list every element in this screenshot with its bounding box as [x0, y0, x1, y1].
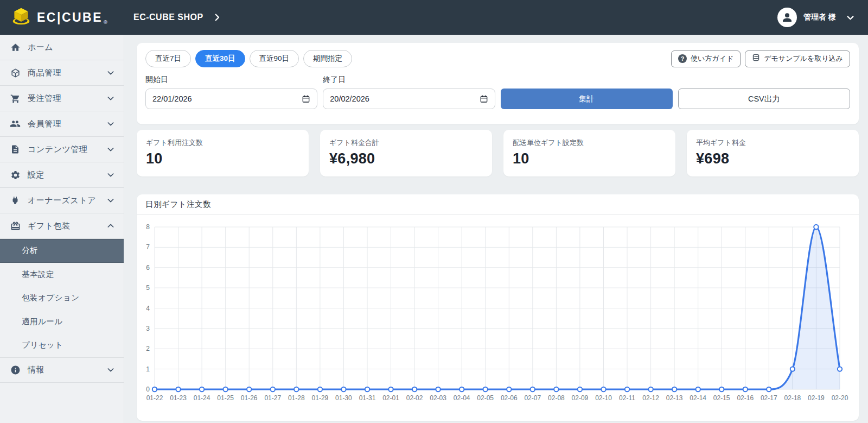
- sidebar-item-info[interactable]: 情報: [0, 357, 124, 383]
- svg-text:01-30: 01-30: [335, 394, 352, 402]
- svg-text:2: 2: [146, 345, 150, 352]
- svg-text:7: 7: [146, 243, 150, 251]
- line-chart-svg: 01234567801-2201-2301-2401-2501-2601-270…: [137, 215, 859, 421]
- chevron-down-icon: [106, 145, 115, 154]
- topbar: EC|CUBE® EC-CUBE SHOP 管理者 様: [0, 0, 868, 35]
- csv-export-button[interactable]: CSV出力: [678, 89, 850, 109]
- daily-gift-orders-chart-card: 日別ギフト注文数 01234567801-2201-2301-2401-2501…: [137, 194, 859, 421]
- svg-text:02-18: 02-18: [784, 394, 801, 402]
- submenu-item-label: 適用ルール: [22, 317, 63, 327]
- question-icon: ?: [678, 54, 687, 63]
- chevron-down-icon: [106, 68, 115, 77]
- aggregate-button[interactable]: 集計: [501, 89, 673, 109]
- svg-text:02-07: 02-07: [524, 394, 541, 402]
- svg-text:4: 4: [146, 305, 150, 312]
- home-icon: [10, 42, 21, 53]
- user-menu[interactable]: 管理者 様: [777, 8, 855, 27]
- info-icon: [10, 364, 21, 375]
- range-90days-pill[interactable]: 直近90日: [250, 50, 299, 67]
- gift-wrapping-submenu: 分析 基本設定 包装オプション 適用ルール プリセット: [0, 239, 124, 357]
- calendar-icon[interactable]: [480, 94, 488, 103]
- svg-text:01-31: 01-31: [359, 394, 376, 402]
- svg-text:02-08: 02-08: [548, 394, 565, 402]
- sidebar-item-label: ギフト包装: [28, 221, 71, 231]
- sidebar-item-owners-store[interactable]: オーナーズストア: [0, 188, 124, 213]
- sidebar-item-orders[interactable]: 受注管理: [0, 86, 124, 111]
- cart-icon: [10, 93, 21, 104]
- submenu-item-wrapping-options[interactable]: 包装オプション: [0, 286, 124, 310]
- document-icon: [10, 144, 21, 155]
- svg-text:02-03: 02-03: [430, 394, 446, 402]
- range-7days-pill[interactable]: 直近7日: [145, 50, 191, 67]
- stat-value: 10: [146, 150, 299, 167]
- svg-text:01-24: 01-24: [194, 394, 210, 402]
- sidebar-item-contents[interactable]: コンテンツ管理: [0, 137, 124, 162]
- shop-name[interactable]: EC-CUBE SHOP: [133, 12, 203, 22]
- stat-label: ギフト料金合計: [329, 138, 483, 148]
- svg-text:02-19: 02-19: [808, 394, 825, 402]
- chevron-right-icon[interactable]: [212, 12, 222, 22]
- plug-icon: [10, 195, 21, 206]
- range-30days-pill[interactable]: 直近30日: [195, 50, 245, 67]
- start-date-input[interactable]: 22/01/2026: [145, 89, 317, 109]
- users-icon: [10, 118, 21, 129]
- svg-text:02-05: 02-05: [477, 394, 494, 402]
- import-demo-sample-label: デモサンプルを取り込み: [764, 54, 843, 64]
- svg-text:1: 1: [146, 365, 150, 373]
- submenu-item-presets[interactable]: プリセット: [0, 333, 124, 357]
- sidebar-item-label: 情報: [28, 365, 44, 375]
- import-demo-sample-button[interactable]: デモサンプルを取り込み: [745, 50, 850, 67]
- end-date-label: 終了日: [323, 75, 495, 85]
- svg-text:01-23: 01-23: [170, 394, 187, 402]
- stat-value: ¥698: [696, 150, 850, 167]
- submenu-item-basic-settings[interactable]: 基本設定: [0, 263, 124, 287]
- end-date-input[interactable]: 20/02/2026: [323, 89, 495, 109]
- stats-row: ギフト利用注文数 10 ギフト料金合計 ¥6,980 配送単位ギフト設定数 10…: [137, 130, 859, 176]
- logo-text: EC|CUBE®: [37, 10, 108, 25]
- svg-text:02-04: 02-04: [454, 394, 470, 402]
- cube-icon: [10, 67, 21, 78]
- database-icon: [752, 54, 760, 64]
- svg-text:8: 8: [146, 223, 150, 231]
- sidebar-item-label: ホーム: [28, 42, 53, 53]
- sidebar-item-home[interactable]: ホーム: [0, 35, 124, 60]
- svg-text:02-12: 02-12: [642, 394, 659, 402]
- svg-text:01-26: 01-26: [241, 394, 258, 402]
- stat-label: 平均ギフト料金: [696, 138, 850, 148]
- submenu-item-label: 基本設定: [22, 269, 54, 280]
- stat-label: ギフト利用注文数: [146, 138, 299, 148]
- svg-text:01-29: 01-29: [312, 394, 329, 402]
- svg-text:02-16: 02-16: [737, 394, 754, 402]
- csv-cell: CSV出力: [678, 75, 850, 109]
- svg-text:0: 0: [146, 386, 150, 393]
- stat-value: 10: [513, 150, 666, 167]
- start-date-label: 開始日: [145, 75, 317, 85]
- svg-text:02-15: 02-15: [713, 394, 730, 402]
- sidebar-item-label: 会員管理: [28, 119, 61, 129]
- calendar-icon[interactable]: [302, 94, 310, 103]
- stat-card-gift-orders: ギフト利用注文数 10: [137, 130, 309, 176]
- svg-text:01-27: 01-27: [264, 394, 281, 402]
- sidebar-item-label: 商品管理: [28, 68, 61, 78]
- svg-text:01-28: 01-28: [288, 394, 305, 402]
- ec-cube-logo-icon: [11, 7, 31, 28]
- chart-title: 日別ギフト注文数: [137, 194, 859, 215]
- sidebar-item-members[interactable]: 会員管理: [0, 111, 124, 137]
- range-custom-pill[interactable]: 期間指定: [303, 50, 352, 67]
- submenu-item-applied-rules[interactable]: 適用ルール: [0, 310, 124, 334]
- sidebar-item-settings[interactable]: 設定: [0, 162, 124, 188]
- sidebar-item-products[interactable]: 商品管理: [0, 60, 124, 86]
- filter-card: 直近7日 直近30日 直近90日 期間指定 ? 使い方ガイド デモサンプルを取り…: [137, 43, 859, 124]
- svg-text:02-02: 02-02: [406, 394, 423, 402]
- date-range-pills: 直近7日 直近30日 直近90日 期間指定: [145, 50, 352, 67]
- submenu-item-analysis[interactable]: 分析: [0, 239, 124, 263]
- user-name: 管理者 様: [803, 12, 836, 22]
- ec-cube-logo[interactable]: EC|CUBE®: [11, 7, 126, 28]
- sidebar-item-gift-wrapping[interactable]: ギフト包装: [0, 213, 124, 239]
- usage-guide-button[interactable]: ? 使い方ガイド: [671, 50, 741, 67]
- chevron-up-icon: [106, 222, 115, 230]
- sidebar-item-label: 設定: [28, 170, 44, 180]
- chevron-down-icon: [106, 119, 115, 128]
- svg-text:02-17: 02-17: [761, 394, 777, 402]
- stat-value: ¥6,980: [329, 150, 483, 167]
